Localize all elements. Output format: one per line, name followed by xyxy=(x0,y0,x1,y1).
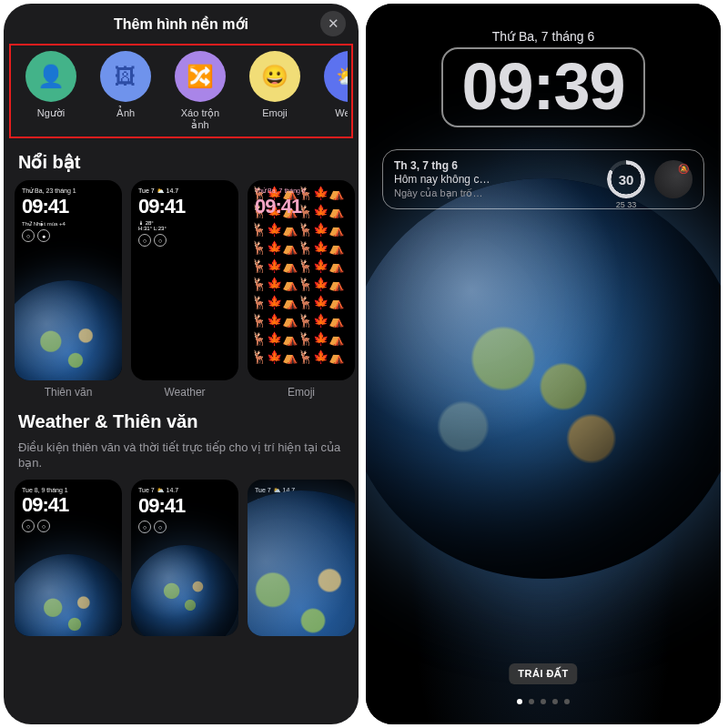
thumb-caption: Thiên văn xyxy=(45,386,93,399)
category-weather[interactable]: ⛅ Weath xyxy=(317,51,348,131)
page-dot xyxy=(564,699,570,704)
wallpaper-thumb[interactable]: Tue 7 ⛅ 14.7 09:41 ○○ xyxy=(131,480,238,636)
gallery-header: Thêm hình nền mới ✕ xyxy=(4,4,359,44)
wallpaper-thumb[interactable]: Tue 7 ⛅ 14.7 09:41 ○○ xyxy=(248,480,355,636)
category-people[interactable]: 👤 Người xyxy=(18,51,84,131)
emoji-icon: 😀 xyxy=(249,51,300,102)
shuffle-icon: 🔀 xyxy=(175,51,226,102)
ring-subvalues: 25 33 xyxy=(599,200,653,209)
page-dot xyxy=(552,699,558,704)
page-dot xyxy=(541,699,546,704)
thumb-caption: Weather xyxy=(164,386,205,399)
photos-icon: 🖼 xyxy=(100,51,151,102)
category-shuffle[interactable]: 🔀 Xáo trộn ảnh xyxy=(167,51,233,131)
categories-highlight-box: 👤 Người 🖼 Ảnh 🔀 Xáo trộn ảnh 😀 Emoji ⛅ xyxy=(9,44,353,138)
earth-icon xyxy=(248,490,355,636)
calendar-widget-line2: Hôm nay không c… xyxy=(394,173,598,187)
weather-astro-thumbnails: Tue 8, 9 tháng 1 09:41 ○○ Tue 7 ⛅ 14.7 0… xyxy=(4,480,359,636)
moon-widget[interactable] xyxy=(654,160,693,198)
weather-astro-section-subtitle: Điều kiện thiên văn và thời tiết trực ti… xyxy=(4,440,359,480)
lockscreen-time[interactable]: 09:39 xyxy=(441,47,644,127)
category-label: Xáo trộn ảnh xyxy=(181,107,219,131)
earth-icon xyxy=(366,178,721,579)
category-label: Weath xyxy=(335,107,348,131)
calendar-widget-date: Th 3, 7 thg 6 xyxy=(394,159,598,173)
featured-thumbnails: Thứ Ba, 23 tháng 1 09:41 Thứ Nhật mùa +4… xyxy=(4,180,359,399)
category-photos[interactable]: 🖼 Ảnh xyxy=(93,51,158,131)
page-dot xyxy=(517,699,522,704)
weather-icon: ⛅ xyxy=(324,51,348,102)
weather-astro-section-title: Weather & Thiên văn xyxy=(4,399,359,440)
wallpaper-name-chip[interactable]: TRÁI ĐẤT xyxy=(509,663,577,684)
close-button[interactable]: ✕ xyxy=(320,11,346,36)
calendar-widget-line3: Ngày của bạn trố… xyxy=(394,187,598,200)
wallpaper-thumb[interactable]: 🦌🍁⛺🦌🍁⛺🦌🍁⛺🦌🍁⛺🦌🍁⛺🦌🍁⛺🦌🍁⛺🦌🍁⛺🦌🍁⛺🦌🍁⛺🦌🍁⛺🦌🍁⛺🦌🍁⛺🦌… xyxy=(248,180,355,399)
page-indicator[interactable] xyxy=(366,699,721,704)
gallery-title: Thêm hình nền mới xyxy=(114,15,248,33)
close-icon: ✕ xyxy=(328,15,339,32)
calendar-widget[interactable]: Th 3, 7 thg 6 Hôm nay không c… Ngày của … xyxy=(394,159,598,200)
earth-icon xyxy=(15,280,122,380)
category-row: 👤 Người 🖼 Ảnh 🔀 Xáo trộn ảnh 😀 Emoji ⛅ xyxy=(15,51,348,131)
featured-section-title: Nổi bật xyxy=(4,138,359,180)
category-emoji[interactable]: 😀 Emoji xyxy=(242,51,308,131)
lockscreen-widget-panel[interactable]: Th 3, 7 thg 6 Hôm nay không c… Ngày của … xyxy=(382,149,704,209)
wallpaper-thumb[interactable]: Tue 8, 9 tháng 1 09:41 ○○ xyxy=(15,480,122,636)
category-label: Người xyxy=(37,107,66,131)
page-dot xyxy=(529,699,534,704)
earth-icon xyxy=(131,545,238,636)
earth-icon xyxy=(15,554,122,636)
thumb-caption: Emoji xyxy=(288,386,315,399)
activity-ring-widget[interactable]: 30 25 33 xyxy=(607,160,645,198)
category-label: Ảnh xyxy=(116,107,135,131)
category-label: Emoji xyxy=(262,107,288,131)
lockscreen-preview: Thứ Ba, 7 tháng 6 09:39 Th 3, 7 thg 6 Hô… xyxy=(366,4,721,724)
lockscreen-date[interactable]: Thứ Ba, 7 tháng 6 xyxy=(366,29,721,44)
wallpaper-gallery-screen: Thêm hình nền mới ✕ 👤 Người 🖼 Ảnh 🔀 Xáo … xyxy=(4,4,359,724)
person-icon: 👤 xyxy=(25,51,76,102)
ring-icon xyxy=(607,160,645,198)
wallpaper-thumb[interactable]: Tue 7 ⛅ 14.7 09:41 🌡 28°H:31° L:23° ○○ W… xyxy=(131,180,238,399)
wallpaper-thumb[interactable]: Thứ Ba, 23 tháng 1 09:41 Thứ Nhật mùa +4… xyxy=(15,180,122,399)
